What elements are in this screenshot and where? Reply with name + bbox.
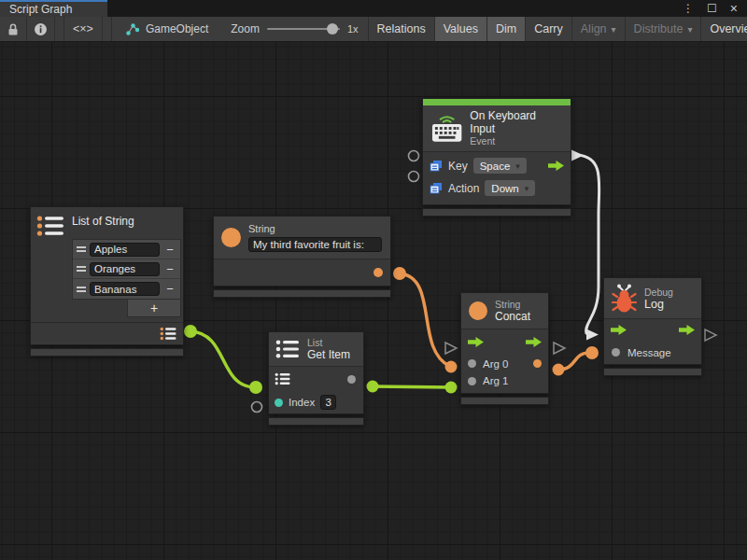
log-trigger-out-port[interactable] [705, 329, 716, 341]
zoom-control: Zoom 1x [221, 17, 368, 41]
close-icon[interactable]: × [730, 2, 738, 15]
getitem-index-in-port[interactable] [252, 402, 262, 413]
zoom-slider-handle[interactable] [327, 23, 338, 35]
node-footer [213, 289, 391, 298]
node-list-of-string[interactable]: List of String − − [30, 206, 184, 357]
concat-trigger-in-port[interactable] [445, 343, 457, 354]
concat-arg0-in-port[interactable] [445, 361, 458, 373]
getitem-output-port[interactable] [367, 381, 379, 393]
list-item-input[interactable] [90, 243, 160, 257]
carry-toggle[interactable]: Carry [526, 17, 572, 41]
zoom-slider[interactable] [267, 28, 340, 30]
log-message-in-port[interactable] [585, 346, 599, 359]
string-type-icon [469, 301, 487, 320]
index-label: Index [289, 397, 315, 408]
wire-list-to-getitem[interactable] [190, 331, 254, 387]
key-dropdown[interactable]: Space [473, 158, 527, 174]
list-item-row: − [73, 279, 180, 299]
wire-string-to-concat[interactable] [400, 273, 449, 366]
message-in-dot[interactable] [612, 348, 620, 357]
overview-button[interactable]: Overview [701, 17, 747, 41]
add-item-button[interactable]: + [127, 300, 181, 317]
arg1-in-dot[interactable] [468, 377, 476, 385]
node-footer [603, 368, 702, 376]
list-input-row [269, 367, 363, 391]
edit-script-button[interactable]: <×> [64, 17, 103, 41]
remove-item-button[interactable]: − [160, 243, 180, 257]
maximize-icon[interactable]: ☐ [707, 3, 717, 14]
trigger-in-arrow-icon[interactable] [611, 325, 627, 335]
lock-button[interactable] [0, 17, 27, 41]
wire-getitem-to-concat[interactable] [373, 386, 451, 387]
node-debug-log[interactable]: Debug Log Message [603, 277, 702, 376]
list-output-row [31, 322, 183, 344]
kebab-menu-icon[interactable]: ⋮ [683, 3, 694, 14]
values-toggle[interactable]: Values [435, 17, 487, 41]
string-value-input[interactable] [248, 237, 382, 252]
message-row: Message [604, 341, 701, 364]
result-out-dot[interactable] [533, 359, 542, 368]
dim-toggle[interactable]: Dim [487, 17, 526, 41]
list-item-input[interactable] [90, 262, 160, 276]
list-output-port[interactable] [184, 325, 197, 338]
concat-result-out-port[interactable] [553, 364, 565, 376]
remove-item-button[interactable]: − [160, 262, 180, 276]
trigger-arrow-icon[interactable] [548, 161, 564, 171]
wire-keyboard-to-log[interactable] [578, 155, 599, 333]
index-value-input[interactable] [320, 395, 336, 410]
info-icon [34, 22, 48, 36]
wire-concat-to-log[interactable] [558, 353, 589, 370]
tab-title: Script Graph [9, 3, 72, 16]
concat-trigger-out-port[interactable] [554, 343, 565, 354]
drag-handle-icon[interactable] [77, 287, 86, 292]
distribute-dropdown[interactable]: Distribute [626, 17, 702, 41]
list-icon-white-small[interactable] [275, 372, 290, 385]
arg0-label: Arg 0 [483, 358, 509, 370]
string-output-port[interactable] [393, 267, 406, 280]
keyboard-icon [431, 114, 462, 143]
code-icon: <×> [73, 22, 93, 35]
toolbar-divider [103, 17, 112, 41]
arg0-in-dot[interactable] [468, 359, 476, 368]
info-button[interactable] [27, 17, 55, 41]
keyboard-trigger-out-port[interactable] [571, 150, 584, 161]
index-in-dot[interactable] [275, 399, 283, 407]
item-out-dot[interactable] [347, 375, 356, 384]
string-list-editor: − − − [72, 239, 181, 300]
action-dropdown[interactable]: Down [485, 180, 535, 196]
keyboard-key-in-port[interactable] [409, 151, 419, 161]
log-trigger-in-port[interactable] [586, 329, 599, 341]
zoom-value: 1x [347, 23, 359, 35]
align-dropdown[interactable]: Align [572, 17, 626, 41]
node-title: List of String [72, 215, 134, 228]
key-port-label: Key [448, 160, 468, 173]
relations-toggle[interactable]: Relations [369, 17, 435, 41]
remove-item-button[interactable]: − [160, 282, 180, 296]
drag-handle-icon[interactable] [77, 246, 86, 252]
graph-canvas[interactable]: On Keyboard Input Event Key Space [0, 42, 747, 560]
node-title: On Keyboard Input [470, 109, 562, 135]
drag-handle-icon[interactable] [77, 266, 86, 272]
trigger-in-arrow-icon[interactable] [468, 337, 484, 347]
node-string-literal[interactable]: String [213, 216, 391, 298]
string-out-dot[interactable] [374, 268, 383, 277]
tab-script-graph[interactable]: Script Graph [0, 0, 107, 17]
getitem-list-in-port[interactable] [249, 381, 262, 394]
node-footer [268, 417, 364, 426]
node-category: Debug [644, 287, 673, 298]
list-icon-white [275, 339, 300, 359]
keyboard-action-in-port[interactable] [409, 172, 419, 182]
node-get-item[interactable]: List Get Item Index [268, 331, 364, 426]
list-item-input[interactable] [90, 282, 160, 296]
concat-arg1-in-port[interactable] [445, 382, 458, 394]
arg1-row: Arg 1 [461, 373, 548, 393]
lock-icon [7, 22, 20, 36]
node-on-keyboard-input[interactable]: On Keyboard Input Event Key Space [422, 98, 571, 217]
zoom-label: Zoom [231, 22, 260, 35]
keycode-icon [430, 160, 443, 172]
node-category: List [307, 337, 350, 348]
trigger-out-arrow-icon[interactable] [526, 337, 542, 347]
node-concat[interactable]: String Concat Arg 0 [460, 292, 549, 405]
gameobject-breadcrumb[interactable]: GameObject [112, 17, 221, 41]
trigger-out-arrow-icon[interactable] [679, 325, 695, 335]
